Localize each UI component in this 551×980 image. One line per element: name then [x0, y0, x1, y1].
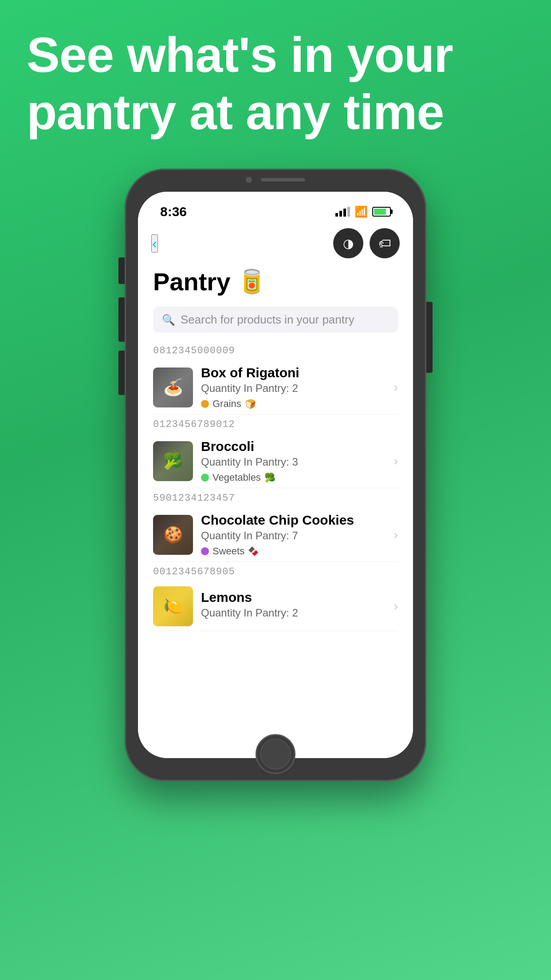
chevron-right-icon: › — [394, 380, 398, 395]
product-qty-rigatoni: Quantity In Pantry: 2 — [201, 382, 390, 395]
product-qty-cookies: Quantity In Pantry: 7 — [201, 530, 390, 542]
product-qty-broccoli: Quantity In Pantry: 3 — [201, 456, 390, 468]
category-label-cookies: Sweets — [213, 545, 244, 557]
search-icon: 🔍 — [162, 314, 175, 326]
product-item-cookies[interactable]: 🍪 Chocolate Chip Cookies Quantity In Pan… — [153, 508, 398, 562]
category-emoji-broccoli: 🥦 — [264, 472, 276, 483]
product-name-rigatoni: Box of Rigatoni — [201, 365, 390, 380]
category-label-broccoli: Vegetables — [213, 472, 261, 483]
category-emoji-rigatoni: 🍞 — [245, 399, 256, 409]
home-button[interactable] — [256, 734, 295, 774]
status-icons: 📶 — [335, 205, 391, 218]
battery-icon — [372, 207, 391, 217]
pie-chart-icon: ◑ — [343, 236, 354, 251]
camera-dot — [246, 177, 252, 183]
wifi-icon: 📶 — [354, 205, 368, 218]
barcode-label-1: 0123456789012 — [153, 419, 398, 430]
status-time: 8:36 — [160, 204, 187, 219]
barcode-label-2: 5901234123457 — [153, 493, 398, 504]
category-dot-vegetables — [201, 474, 209, 482]
product-name-broccoli: Broccoli — [201, 439, 390, 454]
page-content: Pantry 🥫 🔍 Search for products in your p… — [138, 263, 413, 758]
hero-headline: See what's in your pantry at any time — [27, 27, 524, 141]
category-label-rigatoni: Grains — [213, 398, 241, 410]
category-dot-grains — [201, 400, 209, 408]
product-info-rigatoni: Box of Rigatoni Quantity In Pantry: 2 Gr… — [201, 365, 390, 410]
product-image-broccoli: 🥦 — [153, 441, 193, 481]
page-title: Pantry — [153, 267, 230, 296]
product-item-lemons[interactable]: 🍋 Lemons Quantity In Pantry: 2 › — [153, 582, 398, 631]
product-info-lemons: Lemons Quantity In Pantry: 2 — [201, 590, 390, 623]
product-name-cookies: Chocolate Chip Cookies — [201, 513, 390, 528]
screen-inner: 8:36 📶 — [138, 192, 413, 758]
page-title-row: Pantry 🥫 — [153, 267, 398, 296]
phone-mockup: 8:36 📶 — [125, 169, 426, 781]
mute-button — [118, 257, 125, 284]
phone-top-notch — [246, 177, 305, 183]
volume-up-button — [118, 297, 125, 342]
chevron-right-icon: › — [394, 528, 398, 542]
product-qty-lemons: Quantity In Pantry: 2 — [201, 607, 390, 619]
home-button-inner — [260, 739, 291, 770]
product-name-lemons: Lemons — [201, 590, 390, 605]
nav-bar: ‹ ◑ 🏷 — [138, 224, 413, 263]
status-bar: 8:36 📶 — [138, 192, 413, 224]
tag-button[interactable]: 🏷 — [370, 228, 400, 258]
back-button[interactable]: ‹ — [151, 234, 158, 253]
product-image-lemons: 🍋 — [153, 586, 193, 626]
signal-icon — [335, 207, 350, 217]
power-button — [426, 302, 433, 373]
product-category-broccoli: Vegetables 🥦 — [201, 472, 390, 483]
category-dot-sweets — [201, 547, 209, 555]
search-bar[interactable]: 🔍 Search for products in your pantry — [153, 307, 398, 333]
product-info-cookies: Chocolate Chip Cookies Quantity In Pantr… — [201, 513, 390, 557]
product-image-cookies: 🍪 — [153, 515, 193, 555]
tag-icon: 🏷 — [378, 236, 391, 251]
product-item-rigatoni[interactable]: 🍝 Box of Rigatoni Quantity In Pantry: 2 … — [153, 361, 398, 415]
category-emoji-cookies: 🍫 — [248, 546, 259, 557]
hero-section: See what's in your pantry at any time — [27, 27, 524, 141]
chevron-right-icon: › — [394, 454, 398, 468]
pantry-emoji: 🥫 — [237, 268, 266, 295]
barcode-label-3: 0012345678905 — [153, 566, 398, 577]
pie-chart-button[interactable]: ◑ — [333, 228, 363, 258]
product-item-broccoli[interactable]: 🥦 Broccoli Quantity In Pantry: 3 Vegetab… — [153, 435, 398, 488]
barcode-label-0: 0812345000009 — [153, 345, 398, 356]
phone-screen: 8:36 📶 — [138, 192, 413, 758]
volume-down-button — [118, 351, 125, 395]
phone-shell: 8:36 📶 — [125, 169, 426, 781]
product-info-broccoli: Broccoli Quantity In Pantry: 3 Vegetable… — [201, 439, 390, 483]
speaker-bar — [261, 178, 305, 182]
search-placeholder-text: Search for products in your pantry — [181, 313, 354, 327]
product-category-rigatoni: Grains 🍞 — [201, 398, 390, 410]
chevron-right-icon: › — [394, 599, 398, 613]
nav-actions: ◑ 🏷 — [333, 228, 400, 258]
product-image-rigatoni: 🍝 — [153, 368, 193, 407]
product-category-cookies: Sweets 🍫 — [201, 545, 390, 557]
